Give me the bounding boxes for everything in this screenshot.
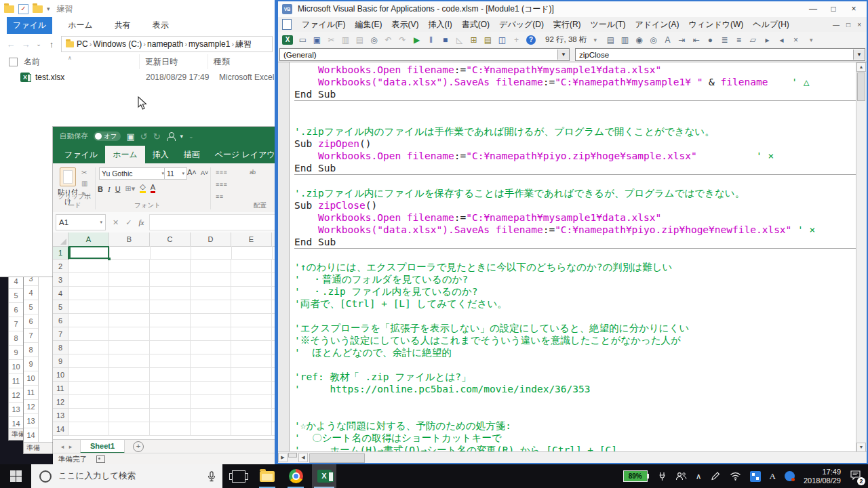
- cell-A4[interactable]: [68, 287, 109, 300]
- cell-E3[interactable]: [231, 273, 272, 287]
- formula-input[interactable]: [149, 214, 278, 230]
- vba-toolbar-project-explorer-icon[interactable]: ⊞: [467, 34, 481, 46]
- vba-code-line[interactable]: 'ref: 教材「 .zip ファイルとは?」: [294, 371, 856, 383]
- pen-icon[interactable]: [711, 472, 721, 481]
- vba-code-line[interactable]: Workbooks.Open filename:="C:¥namepath¥pi…: [294, 150, 856, 162]
- vba-toolbar-parameter-info-icon[interactable]: ◎: [646, 34, 660, 46]
- cell-D6[interactable]: [191, 314, 231, 327]
- cell-A9[interactable]: [68, 354, 109, 368]
- vba-toolbar-copy-icon[interactable]: ▥: [338, 34, 353, 46]
- cell-A1[interactable]: [69, 246, 110, 260]
- vba-code-line[interactable]: ' ・普通のフォルダを見ているのか?: [294, 273, 856, 285]
- row-header-13[interactable]: 13: [53, 409, 68, 422]
- sheet-tab-sheet1[interactable]: Sheet1: [80, 440, 125, 453]
- increase-font-icon[interactable]: A˄: [187, 168, 197, 176]
- cell-E4[interactable]: [231, 287, 272, 300]
- show-hidden-icons-chevron[interactable]: ∧: [696, 472, 702, 481]
- object-combobox[interactable]: (General) ▼: [279, 48, 570, 61]
- vba-toolbar-list-constants-icon[interactable]: ▥: [618, 34, 632, 46]
- row-header-9[interactable]: 9: [53, 354, 68, 368]
- cell-D3[interactable]: [191, 273, 231, 287]
- vba-code-line[interactable]: Sub zipClose(): [294, 199, 856, 211]
- save-icon[interactable]: ▣: [126, 131, 134, 142]
- vba-code-line[interactable]: Sub zipOpen(): [294, 138, 856, 150]
- vba-toolbar-find-icon[interactable]: ◎: [367, 34, 381, 46]
- autosave-toggle[interactable]: オフ: [94, 131, 121, 141]
- cell-C12[interactable]: [150, 395, 191, 409]
- vba-toolbar-clear-bookmarks-icon[interactable]: ×: [789, 34, 803, 46]
- vba-toolbar-next-bookmark-icon[interactable]: ▸: [760, 34, 774, 46]
- cell-D4[interactable]: [191, 287, 231, 300]
- explorer-tab-共有[interactable]: 共有: [108, 17, 137, 34]
- cell-C11[interactable]: [150, 382, 191, 395]
- breadcrumb-item[interactable]: namepath: [147, 39, 183, 49]
- minimize-button[interactable]: —: [803, 1, 823, 17]
- vba-menu-ファイル(F)[interactable]: ファイル(F): [297, 19, 350, 30]
- row-header-14[interactable]: 14: [53, 422, 68, 436]
- row-header-8[interactable]: 8: [53, 341, 68, 354]
- cell-C8[interactable]: [150, 341, 191, 354]
- dropdown-icon[interactable]: ▼: [853, 49, 865, 60]
- child-close-button[interactable]: ×: [857, 21, 861, 28]
- cell-A11[interactable]: [68, 382, 109, 395]
- checkmark-icon[interactable]: ✓: [18, 4, 28, 14]
- cell-A2[interactable]: [68, 260, 109, 273]
- column-header-name[interactable]: 名前: [24, 56, 139, 68]
- excel-tab-描画[interactable]: 描画: [176, 146, 208, 163]
- cell-B14[interactable]: [109, 422, 150, 436]
- breadcrumb-item[interactable]: Windows (C:): [93, 39, 142, 49]
- vba-menu-ヘルプ(H)[interactable]: ヘルプ(H): [748, 19, 794, 30]
- row-header-2[interactable]: 2: [53, 260, 68, 273]
- cell-C7[interactable]: [150, 327, 191, 341]
- explorer-tab-ファイル[interactable]: ファイル: [7, 17, 52, 34]
- vba-code-line[interactable]: [294, 395, 856, 407]
- name-box[interactable]: A1 ▾: [56, 214, 106, 230]
- row-header-4[interactable]: 4: [53, 287, 68, 300]
- full-module-view-button[interactable]: [288, 453, 297, 458]
- vba-menu-ツール(T)[interactable]: ツール(T): [586, 19, 631, 30]
- cell-B10[interactable]: [109, 368, 150, 382]
- cell-D7[interactable]: [191, 327, 231, 341]
- vba-toolbar-view-microsoft-excel-icon[interactable]: X: [282, 35, 293, 45]
- recent-locations-icon[interactable]: ⌄: [35, 41, 42, 47]
- cell-E9[interactable]: [231, 354, 272, 368]
- vba-toolbar-outdent-icon[interactable]: ⇤: [689, 34, 703, 46]
- vba-menu-実行(R)[interactable]: 実行(R): [549, 19, 586, 30]
- horizontal-scroll-thumb[interactable]: [309, 453, 365, 463]
- vba-code-line[interactable]: 'エクスプローラを「拡張子を表示しない」の設定にしていると、絶望的に分かりにくい: [294, 322, 856, 334]
- excel-background-window-middle[interactable]: 34567891011121314 準備: [23, 266, 56, 454]
- vba-toolbar-run-sub-icon[interactable]: ▶: [410, 34, 424, 46]
- cell-D1[interactable]: [191, 246, 232, 260]
- cell-E1[interactable]: [232, 246, 273, 260]
- vba-code-line[interactable]: End Sub: [294, 236, 856, 249]
- vba-toolbar-properties-window-icon[interactable]: ▤: [481, 34, 495, 46]
- ribbon-options-icon[interactable]: ⌄: [189, 133, 194, 140]
- name-box-dropdown-icon[interactable]: ▾: [100, 220, 102, 225]
- row-header-1[interactable]: 1: [53, 246, 69, 260]
- new-folder-icon[interactable]: [33, 5, 43, 13]
- sheet-next-icon[interactable]: ▸: [66, 443, 75, 450]
- excel-tab-ファイル[interactable]: ファイル: [57, 146, 105, 163]
- toolbar-overflow-icon[interactable]: ▾: [810, 37, 813, 43]
- vba-toolbar-comment-block-icon[interactable]: ≣: [717, 34, 732, 46]
- cell-E14[interactable]: [231, 422, 272, 436]
- column-header-type[interactable]: 種類: [208, 54, 268, 69]
- vba-code-line[interactable]: [294, 101, 856, 113]
- breadcrumb-item[interactable]: PC: [77, 39, 88, 49]
- enter-icon[interactable]: ✓: [125, 218, 132, 227]
- vba-code-line[interactable]: '両者で、[Ctrl] + [L] してみてください。: [294, 298, 856, 310]
- bold-button[interactable]: B: [98, 185, 103, 193]
- ime-mode-indicator[interactable]: A: [770, 471, 776, 482]
- excel-tab-ホーム[interactable]: ホーム: [105, 146, 145, 163]
- back-icon[interactable]: ←: [5, 39, 16, 49]
- cell-E11[interactable]: [231, 382, 272, 395]
- vba-code-line[interactable]: ' 〇シート名の取得はショートカットキーで: [294, 432, 856, 444]
- cell-C10[interactable]: [150, 368, 191, 382]
- taskbar-file-explorer[interactable]: [255, 464, 279, 488]
- vba-menu-表示(V)[interactable]: 表示(V): [387, 19, 423, 30]
- vba-toolbar-toggle-bookmark-icon[interactable]: ▱: [746, 34, 760, 46]
- vba-code-line[interactable]: ' ・.zip ファイル内を見ているのか?: [294, 285, 856, 298]
- cell-D10[interactable]: [191, 368, 231, 382]
- cell-D8[interactable]: [191, 341, 231, 354]
- cell-C14[interactable]: [150, 422, 191, 436]
